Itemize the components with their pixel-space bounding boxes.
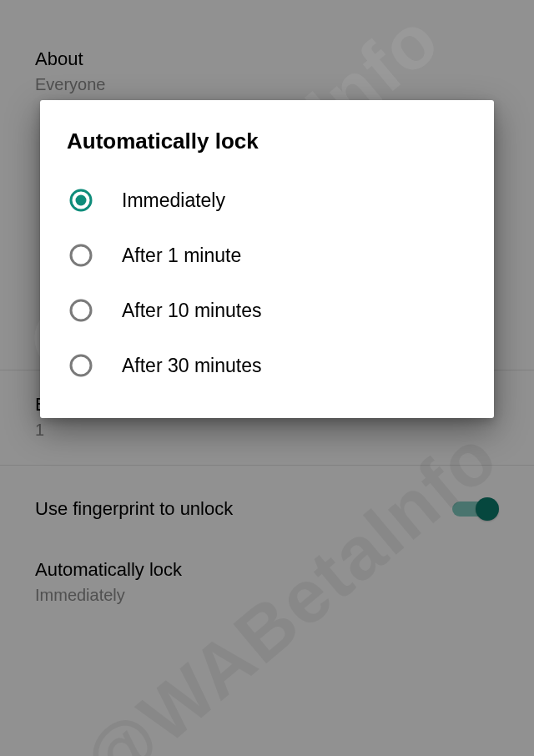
radio-unselected-icon — [68, 353, 93, 378]
svg-point-1 — [76, 195, 87, 206]
svg-point-4 — [71, 355, 91, 375]
dialog-title: Automatically lock — [67, 129, 467, 154]
option-after-30-minutes[interactable]: After 30 minutes — [67, 338, 467, 393]
option-immediately[interactable]: Immediately — [67, 173, 467, 228]
option-label: After 1 minute — [122, 244, 241, 267]
auto-lock-dialog: Automatically lock Immediately After 1 m… — [40, 100, 494, 418]
radio-unselected-icon — [68, 298, 93, 323]
option-label: After 10 minutes — [122, 300, 261, 322]
svg-point-3 — [71, 300, 91, 320]
option-after-1-minute[interactable]: After 1 minute — [67, 228, 467, 283]
option-after-10-minutes[interactable]: After 10 minutes — [67, 283, 467, 338]
radio-selected-icon — [68, 188, 93, 213]
svg-point-2 — [71, 245, 91, 265]
option-label: Immediately — [122, 189, 225, 212]
option-label: After 30 minutes — [122, 355, 261, 377]
radio-unselected-icon — [68, 243, 93, 268]
